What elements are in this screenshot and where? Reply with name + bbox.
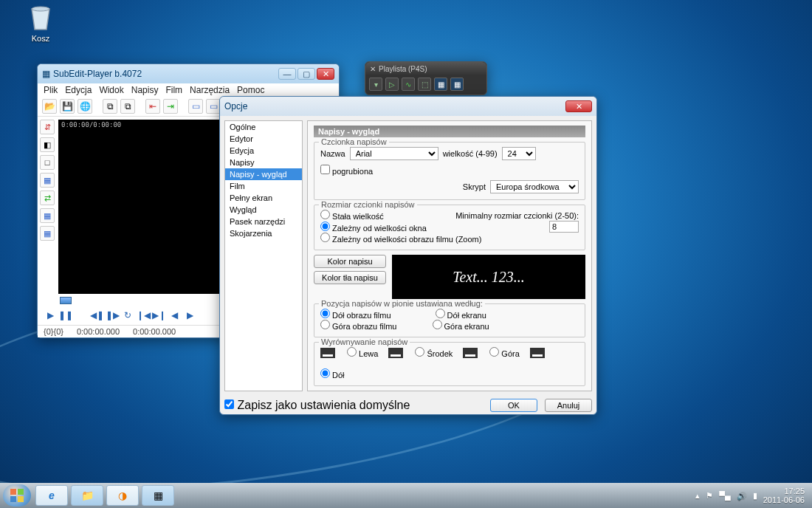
align-r1[interactable]: Lewa <box>347 347 378 358</box>
pos-r3[interactable]: Góra obrazu filmu <box>320 320 397 331</box>
taskbar[interactable]: e 📁 ◑ ▦ ▴ ⚑ ▀▄ 🔊 ▮ 17:25 2011-06-06 <box>0 483 812 508</box>
playlist-btn-1[interactable]: ▾ <box>369 78 382 91</box>
desktop-icon-label: Kosz <box>21 34 61 43</box>
options-title: Opcje <box>224 101 247 111</box>
side-1-icon[interactable]: ⇵ <box>40 120 55 134</box>
taskbar-ie[interactable]: e <box>35 485 68 506</box>
tb-shift-l-icon[interactable]: ⇤ <box>145 99 160 114</box>
maximize-button[interactable]: ▢ <box>297 68 315 80</box>
pos-r4[interactable]: Góra ekranu <box>433 320 489 331</box>
taskbar-subedit[interactable]: ▦ <box>142 485 174 506</box>
cat-edytor[interactable]: Edytor <box>225 133 302 145</box>
fontsize-r1[interactable]: Stała wielkość <box>320 210 384 221</box>
ok-button[interactable]: OK <box>490 399 537 412</box>
side-2-icon[interactable]: ◧ <box>40 137 55 152</box>
cat-edycja[interactable]: Edycja <box>225 145 302 157</box>
font-size-select[interactable]: 24 <box>502 147 536 160</box>
tray-arrow-icon[interactable]: ▴ <box>695 491 700 501</box>
next2-button[interactable]: ▶ <box>183 309 196 322</box>
side-5-icon[interactable]: ⇄ <box>40 190 55 205</box>
playlist-window[interactable]: ✕ Playlista (P4S) ▾ ▷ ∿ ⬚ ▦ ▦ <box>365 61 487 95</box>
clock[interactable]: 17:25 2011-06-06 <box>763 487 805 504</box>
loop-button[interactable]: ↻ <box>121 309 134 322</box>
menu-napisy[interactable]: Napisy <box>131 85 159 95</box>
playlist-btn-2[interactable]: ∿ <box>402 78 415 91</box>
next-button[interactable]: ▶❙ <box>152 309 165 322</box>
playlist-title: Playlista (P4S) <box>379 65 427 73</box>
playlist-titlebar[interactable]: ✕ Playlista (P4S) <box>365 62 486 75</box>
menu-pomoc[interactable]: Pomoc <box>237 85 264 95</box>
bg-color-button[interactable]: Kolor tła napisu <box>314 271 386 284</box>
options-category-list[interactable]: Ogólne Edytor Edycja Napisy Napisy - wyg… <box>224 120 303 391</box>
playlist-btn-play[interactable]: ▷ <box>385 78 399 91</box>
rev-button[interactable]: ◀❚ <box>90 309 103 322</box>
side-4-icon[interactable]: ▦ <box>40 173 55 188</box>
battery-icon[interactable]: ▮ <box>753 491 757 501</box>
font-script-select[interactable]: Europa środkowa <box>490 180 579 193</box>
status-t2: 0:00:00.000 <box>133 327 176 336</box>
side-7-icon[interactable]: ▦ <box>40 226 55 241</box>
tb-shift-r-icon[interactable]: ⇥ <box>163 99 178 114</box>
player-titlebar[interactable]: ▦ SubEdit-Player b.4072 — ▢ ✕ <box>38 64 339 83</box>
save-default-check[interactable]: Zapisz jako ustawienia domyślne <box>224 399 410 412</box>
close-button[interactable]: ✕ <box>317 68 334 80</box>
taskbar-wmp[interactable]: ◑ <box>106 485 139 506</box>
tb-copy-icon[interactable]: ⧉ <box>103 99 117 114</box>
fontsize-min-input[interactable] <box>549 221 579 233</box>
pause-button[interactable]: ❚❚ <box>59 309 72 322</box>
cat-napisy-wyglad[interactable]: Napisy - wygląd <box>225 168 302 180</box>
cat-wyglad[interactable]: Wygląd <box>225 204 302 216</box>
side-3-icon[interactable]: □ <box>40 155 55 170</box>
prev-button[interactable]: ❙◀ <box>137 309 150 322</box>
tb-globe-icon[interactable]: 🌐 <box>78 99 92 114</box>
start-button[interactable] <box>3 484 31 507</box>
status-t1: 0:00:00.000 <box>77 327 120 336</box>
network-icon[interactable]: ▀▄ <box>719 491 731 500</box>
tb-sub2-icon[interactable]: ▭ <box>206 99 221 114</box>
menu-narzedzia[interactable]: Narzędzia <box>190 85 230 95</box>
cat-ogolne[interactable]: Ogólne <box>225 121 302 133</box>
tray[interactable]: ▴ ⚑ ▀▄ 🔊 ▮ 17:25 2011-06-06 <box>695 487 809 504</box>
options-close-button[interactable]: ✕ <box>565 100 592 112</box>
options-dialog[interactable]: Opcje ✕ Ogólne Edytor Edycja Napisy Napi… <box>219 96 597 415</box>
cat-film[interactable]: Film <box>225 180 302 192</box>
desktop-icon-trash[interactable]: Kosz <box>21 3 61 43</box>
align-r4[interactable]: Dół <box>320 368 345 380</box>
options-titlebar[interactable]: Opcje ✕ <box>220 97 596 116</box>
volume-icon[interactable]: 🔊 <box>737 491 747 501</box>
stop-button[interactable] <box>75 309 88 322</box>
tb-open-icon[interactable]: 📂 <box>42 99 57 114</box>
menu-film[interactable]: Film <box>165 85 182 95</box>
fontsize-r3[interactable]: Zależny od wielkości obrazu filmu (Zoom) <box>320 235 481 244</box>
align-r3[interactable]: Góra <box>489 347 520 358</box>
tb-paste-icon[interactable]: ⧉ <box>120 99 135 114</box>
menu-plik[interactable]: Plik <box>44 85 58 95</box>
minimize-button[interactable]: — <box>278 68 296 80</box>
menu-widok[interactable]: Widok <box>99 85 123 95</box>
seek-handle[interactable] <box>60 297 72 304</box>
taskbar-explorer[interactable]: 📁 <box>71 485 103 506</box>
cat-napisy[interactable]: Napisy <box>225 157 302 168</box>
prev2-button[interactable]: ◀ <box>168 309 181 322</box>
tb-sub1-icon[interactable]: ▭ <box>188 99 203 114</box>
font-bold-check[interactable]: pogrubiona <box>320 165 373 176</box>
tb-save-icon[interactable]: 💾 <box>60 99 75 114</box>
cat-skojarzenia[interactable]: Skojarzenia <box>225 227 302 239</box>
pos-r1[interactable]: Dół obrazu filmu <box>320 309 391 320</box>
text-color-button[interactable]: Kolor napisu <box>314 255 386 268</box>
align-r2[interactable]: Środek <box>415 347 453 358</box>
cancel-button[interactable]: Anuluj <box>545 399 592 412</box>
pos-r2[interactable]: Dół ekranu <box>436 309 486 320</box>
fwd-button[interactable]: ❚▶ <box>106 309 119 322</box>
font-name-select[interactable]: Arial <box>350 147 438 160</box>
side-6-icon[interactable]: ▦ <box>40 208 55 223</box>
playlist-btn-3[interactable]: ⬚ <box>418 78 431 91</box>
cat-pasek[interactable]: Pasek narzędzi <box>225 216 302 227</box>
cat-pelny-ekran[interactable]: Pełny ekran <box>225 192 302 204</box>
playlist-btn-4[interactable]: ▦ <box>434 78 447 91</box>
fontsize-r2[interactable]: Zależny od wielkości okna <box>320 222 427 233</box>
play-button[interactable]: ▶ <box>44 309 57 322</box>
playlist-btn-5[interactable]: ▦ <box>450 78 464 91</box>
flag-icon[interactable]: ⚑ <box>706 491 713 501</box>
menu-edycja[interactable]: Edycja <box>65 85 92 95</box>
